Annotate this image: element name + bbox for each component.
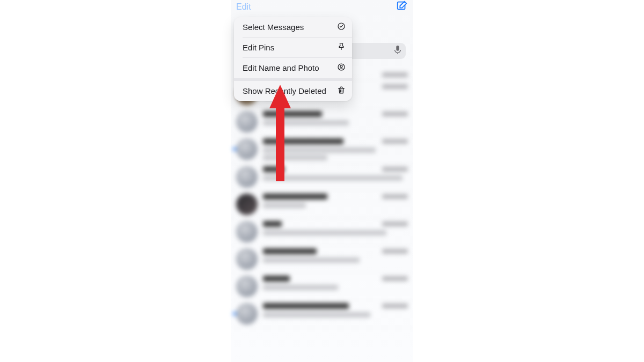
unread-dot (233, 147, 236, 151)
compose-icon[interactable] (396, 0, 408, 14)
avatar (236, 276, 258, 297)
avatar (236, 221, 258, 242)
svg-point-6 (340, 65, 342, 68)
conversation-list[interactable] (231, 64, 413, 362)
menu-item-label: Show Recently Deleted (243, 86, 326, 95)
avatar (236, 303, 258, 324)
list-item[interactable] (231, 108, 413, 136)
menu-item-label: Edit Pins (243, 43, 274, 52)
list-item[interactable] (231, 136, 413, 164)
list-item[interactable] (231, 300, 413, 328)
menu-item-select-messages[interactable]: Select Messages (234, 17, 352, 37)
svg-rect-1 (396, 46, 399, 51)
list-item[interactable] (231, 164, 413, 191)
avatar (236, 166, 258, 188)
menu-item-show-recently-deleted[interactable]: Show Recently Deleted (234, 81, 352, 101)
avatar (236, 248, 258, 270)
menu-item-label: Edit Name and Photo (243, 63, 319, 72)
avatar (236, 138, 258, 160)
menu-item-edit-pins[interactable]: Edit Pins (234, 38, 352, 57)
edit-button[interactable]: Edit (236, 2, 251, 12)
menu-item-label: Select Messages (243, 23, 304, 32)
messages-app-screen: Edit (231, 0, 413, 362)
check-circle-icon (337, 22, 346, 32)
avatar (236, 111, 258, 132)
avatar (236, 194, 258, 215)
trash-icon (337, 86, 346, 96)
pin-icon (337, 42, 346, 53)
list-item[interactable] (231, 218, 413, 246)
list-item[interactable] (231, 246, 413, 273)
menu-item-edit-name-photo[interactable]: Edit Name and Photo (234, 58, 352, 78)
list-item[interactable] (231, 273, 413, 300)
mic-icon[interactable] (394, 45, 401, 57)
top-bar: Edit (231, 0, 413, 14)
list-item[interactable] (231, 191, 413, 218)
unread-dot (233, 312, 236, 315)
person-circle-icon (337, 63, 346, 73)
edit-popover-menu: Select Messages Edit Pins Edit Name and … (234, 17, 352, 101)
